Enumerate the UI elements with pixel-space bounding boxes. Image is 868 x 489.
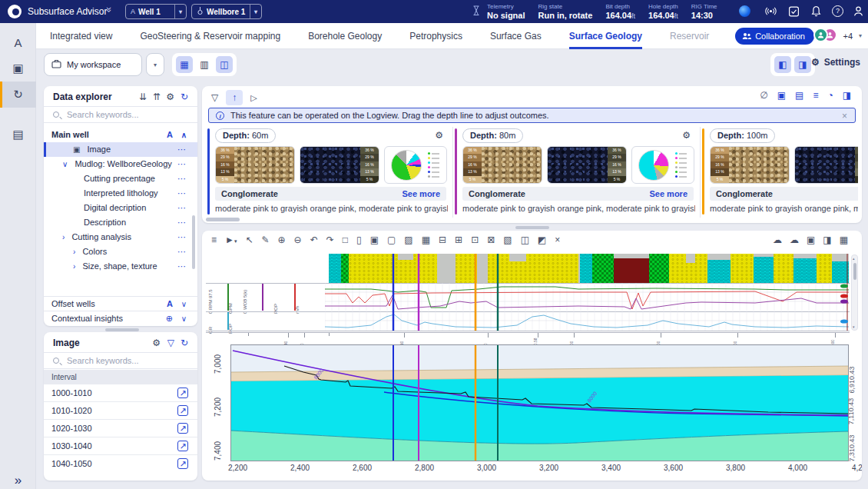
chart-track-icon[interactable]: ▨ xyxy=(404,235,412,245)
cross-section-plot[interactable]: 8000 8000 xyxy=(230,344,849,461)
tree-item-size-shape-texture[interactable]: › Size, shape, texture ⋯ xyxy=(44,259,197,274)
image-track-icon[interactable]: ▣ xyxy=(370,235,379,245)
announce-icon[interactable]: ▷ xyxy=(250,93,257,103)
tree-item-colors[interactable]: › Colors ⋯ xyxy=(44,244,197,259)
tree-item-cutting-percentage[interactable]: Cutting precentage ⋯ xyxy=(44,171,197,186)
image-search[interactable]: Search keywords... xyxy=(44,352,197,369)
open-external-icon[interactable]: ↗ xyxy=(177,388,188,398)
tab-reservoir[interactable]: Reservoir xyxy=(670,23,709,49)
open-external-icon[interactable]: ↗ xyxy=(177,405,188,416)
explorer-search[interactable]: Search keywords... xyxy=(44,106,197,123)
lithology-pie-thumb[interactable] xyxy=(384,146,447,184)
layout-left-icon[interactable]: ◧ xyxy=(774,56,791,73)
gear-icon[interactable]: ⚙ xyxy=(435,130,443,141)
duplicate-track-icon[interactable]: ◩ xyxy=(538,235,546,245)
interval-row[interactable]: 1030-1040 ↗ xyxy=(44,437,197,455)
zoom-in-icon[interactable]: ⊕ xyxy=(278,235,286,245)
section-contextual-insights[interactable]: Contextual insights ⊕ ∨ xyxy=(44,311,197,325)
side-panel-icon[interactable]: ◨ xyxy=(843,90,851,101)
rail-well-item[interactable]: A xyxy=(0,29,36,55)
log-vertical-scrollbar[interactable]: ▴ ▾ xyxy=(851,254,858,331)
tab-geosteering[interactable]: GeoSteering & Reservoir mapping xyxy=(140,23,280,49)
well-caret-icon[interactable]: ▾ xyxy=(174,5,186,18)
grid-settings-icon[interactable]: ▦ xyxy=(840,235,848,245)
item-menu-button[interactable]: ⋯ xyxy=(177,201,187,215)
depth-chip[interactable]: Depth: 100m xyxy=(710,128,775,143)
depth-chip[interactable]: Depth: 80m xyxy=(462,128,523,143)
interval-row[interactable]: 1040-1050 ↗ xyxy=(44,455,197,473)
cutting-photo-light[interactable]: 36 % 29 % 16 % 13 % 5 % xyxy=(462,146,542,184)
cloud-icon[interactable]: ☁ xyxy=(790,235,799,245)
tab-borehole-geology[interactable]: Borehole Geology xyxy=(308,23,382,49)
collapse-track-icon[interactable]: ⊟ xyxy=(439,235,446,245)
avatars-overflow-count[interactable]: +4 xyxy=(843,32,853,41)
tab-surface-gas[interactable]: Surface Gas xyxy=(490,23,542,49)
tree-scrollbar[interactable] xyxy=(192,215,195,269)
pattern-track-icon[interactable]: ▧ xyxy=(503,235,512,245)
workspace-selector[interactable]: My workspace xyxy=(44,53,142,76)
cutting-photo-light[interactable]: 36 % 29 % 16 % 13 % 5 % xyxy=(710,146,790,184)
notifications-bell-icon[interactable] xyxy=(810,5,822,20)
image-view-icon[interactable]: ▣ xyxy=(777,90,786,101)
rail-map-item[interactable]: ▣ xyxy=(0,55,36,82)
plus-circle-icon[interactable]: ⊕ xyxy=(166,311,173,326)
collapse-all-icon[interactable]: ⇈ xyxy=(153,91,161,102)
help-icon[interactable]: ? xyxy=(832,5,843,17)
tree-item-interpreted-lithology[interactable]: Interpreted lithology ⋯ xyxy=(44,186,197,201)
flag-track-icon[interactable]: ⊠ xyxy=(487,235,495,245)
gear-icon[interactable]: ⚙ xyxy=(682,130,691,141)
horizontal-scrollbar[interactable] xyxy=(206,218,240,221)
item-menu-button[interactable]: ⋯ xyxy=(177,171,187,186)
box-view-icon[interactable]: ◫ xyxy=(216,56,233,73)
calendar-icon[interactable]: ▣ xyxy=(807,235,815,245)
copy-track-icon[interactable]: ◫ xyxy=(521,235,529,245)
grid-track-icon[interactable]: ▦ xyxy=(422,235,430,245)
tab-petrophysics[interactable]: Petrophysics xyxy=(409,23,462,49)
see-more-link[interactable]: See more xyxy=(649,187,687,201)
see-more-link[interactable]: See more xyxy=(402,187,440,201)
gear-icon[interactable]: ⚙ xyxy=(152,338,161,348)
delete-track-icon[interactable]: × xyxy=(555,235,560,245)
orientation-icon[interactable]: ◔ xyxy=(827,90,833,101)
avatar[interactable] xyxy=(813,28,828,42)
interval-row[interactable]: 1020-1030 ↗ xyxy=(44,420,197,437)
workspace-caret-button[interactable]: ▾ xyxy=(146,53,164,76)
new-track-icon[interactable]: □ xyxy=(343,235,348,245)
lithology-pie-thumb[interactable] xyxy=(631,146,694,184)
interval-row[interactable]: 1000-1010 ↗ xyxy=(44,384,197,402)
save-layout-icon[interactable]: ◨ xyxy=(823,235,831,245)
tree-item-digital-description[interactable]: Digital decription ⋯ xyxy=(44,201,197,215)
cutting-photo-uv[interactable]: 36 % 29 % 16 % 13 % 5 % xyxy=(300,146,379,184)
tab-integrated-view[interactable]: Integrated view xyxy=(50,23,112,49)
tree-item-image[interactable]: ▣ Image ⋯ xyxy=(44,142,197,157)
user-profile-icon[interactable] xyxy=(853,5,864,20)
tree-item-cutting-analysis[interactable]: › Cutting analysis ⋯ xyxy=(44,230,197,244)
cursor-select-icon[interactable]: ►▾ xyxy=(225,235,237,245)
tab-surface-geology[interactable]: Surface Geology xyxy=(569,23,642,49)
section-offset-wells[interactable]: Offset wells A ∨ xyxy=(44,296,197,311)
rail-sync-item-active[interactable]: ↻ xyxy=(0,82,36,108)
layout-right-icon[interactable]: ◨ xyxy=(794,56,811,73)
redo-icon[interactable]: ↷ xyxy=(326,235,334,245)
cutting-photo-uv[interactable]: 36 % 29 % 16 % 13 % 5 % xyxy=(547,146,627,184)
item-menu-button[interactable]: ⋯ xyxy=(177,157,187,171)
tree-root-main-well[interactable]: Main well A ∧ xyxy=(44,128,197,142)
open-external-icon[interactable]: ↗ xyxy=(177,423,188,434)
zoom-out-icon[interactable]: ⊖ xyxy=(294,235,302,245)
item-menu-button[interactable]: ⋯ xyxy=(177,215,187,230)
refresh-icon[interactable]: ↻ xyxy=(181,338,188,348)
cutting-photo-uv[interactable]: 36 % 29 % 16 % 13 % 5 % xyxy=(794,146,858,184)
open-external-icon[interactable]: ↗ xyxy=(177,458,188,469)
wellbore-selector[interactable]: Wellbore 1 ▾ xyxy=(191,4,262,19)
expand-all-icon[interactable]: ⇊ xyxy=(139,91,147,102)
avatars-caret-icon[interactable]: ▾ xyxy=(859,32,862,39)
chevron-down-icon[interactable]: ∨ xyxy=(62,160,68,168)
filter-icon[interactable]: ▽ xyxy=(211,92,218,103)
hide-icon[interactable]: ∅ xyxy=(760,90,767,101)
chart-view-icon[interactable]: ▥ xyxy=(196,56,213,73)
open-external-icon[interactable]: ↗ xyxy=(177,441,188,451)
chevron-down-icon[interactable]: ∨ xyxy=(181,297,187,311)
chevron-right-icon[interactable]: › xyxy=(73,248,75,256)
refresh-icon[interactable]: ↻ xyxy=(181,91,188,102)
log-track-icon[interactable]: ▢ xyxy=(387,235,396,245)
